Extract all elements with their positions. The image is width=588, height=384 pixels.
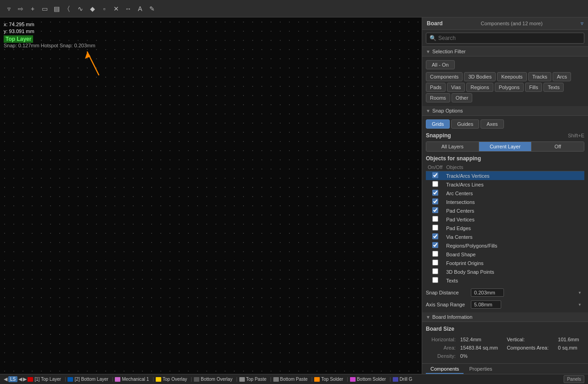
snap-checkbox-8[interactable] xyxy=(432,242,438,248)
snap-options-body: Grids Guides Axes Snapping Shift+E All L… xyxy=(422,116,588,312)
snap-checkbox-1[interactable] xyxy=(432,181,438,187)
snap-checkbox-10[interactable] xyxy=(432,260,438,265)
filter-btn-vias[interactable]: Vias xyxy=(447,83,465,92)
section-arrow-icon: ▼ xyxy=(426,49,430,54)
snap-checkbox-cell[interactable] xyxy=(426,171,444,181)
filter-btn-components[interactable]: Components xyxy=(426,72,463,81)
board-info-header[interactable]: ▼ Board Information xyxy=(422,312,588,322)
filter-btn-3d-bodies[interactable]: 3D Bodies xyxy=(464,72,496,81)
snap-checkbox-7[interactable] xyxy=(432,233,438,239)
filter-tool-icon[interactable]: ▿ xyxy=(4,4,14,14)
meas-icon[interactable]: ↔ xyxy=(123,4,133,14)
snap-checkbox-cell[interactable] xyxy=(426,250,444,259)
snap-checkbox-0[interactable] xyxy=(432,172,438,178)
status-layer-top-overlay[interactable]: Top Overlay xyxy=(156,377,187,382)
snap-checkbox-cell[interactable] xyxy=(426,267,444,276)
snap-distance-label: Snap Distance xyxy=(426,290,467,295)
filter-btn-fills[interactable]: Fills xyxy=(525,83,543,92)
snap-checkbox-9[interactable] xyxy=(432,251,438,257)
snap-options-header[interactable]: ▼ Snap Options xyxy=(422,106,588,116)
nav-next-btn[interactable]: ▶ xyxy=(23,376,27,382)
snap-checkbox-5[interactable] xyxy=(432,216,438,222)
selection-filter-header[interactable]: ▼ Selection Filter xyxy=(422,47,588,56)
snap-off-btn[interactable]: Off xyxy=(531,142,584,151)
canvas-area[interactable]: x: 74.295 mm y: 93.091 mm Top Layer Snap… xyxy=(0,17,422,374)
status-layer-bot-paste[interactable]: Bottom Paste xyxy=(273,377,308,382)
chart-icon[interactable]: ▤ xyxy=(51,4,62,14)
snap-checkbox-3[interactable] xyxy=(432,198,438,204)
pencil-icon[interactable]: ✎ xyxy=(147,4,157,14)
board-info-title: Board Information xyxy=(432,314,472,320)
snap-checkbox-11[interactable] xyxy=(432,268,438,274)
sq-icon[interactable]: ▫ xyxy=(99,4,109,14)
rect-icon[interactable]: ▭ xyxy=(40,4,50,14)
snap-checkbox-2[interactable] xyxy=(432,190,438,196)
snap-checkbox-cell[interactable] xyxy=(426,276,444,285)
status-layer-bottom[interactable]: [2] Bottom Layer xyxy=(68,377,108,382)
snap-checkbox-cell[interactable] xyxy=(426,241,444,250)
snap-checkbox-cell[interactable] xyxy=(426,198,444,206)
snap-table-row: Track/Arcs Vertices xyxy=(426,171,584,181)
panels-button[interactable]: Panels xyxy=(564,375,584,383)
filter-btn-arcs[interactable]: Arcs xyxy=(553,72,571,81)
snap-checkbox-4[interactable] xyxy=(432,207,438,213)
tab-axes[interactable]: Axes xyxy=(481,119,503,129)
tab-properties[interactable]: Properties xyxy=(464,365,497,374)
snap-checkbox-cell[interactable] xyxy=(426,224,444,232)
filter-btn-tracks[interactable]: Tracks xyxy=(528,72,552,81)
text-icon[interactable]: A xyxy=(135,4,145,14)
x-icon[interactable]: ✕ xyxy=(111,4,121,14)
filter-btn-polygons[interactable]: Polygons xyxy=(495,83,524,92)
layer-dot-top xyxy=(28,377,33,382)
snap-checkbox-12[interactable] xyxy=(432,277,438,283)
snap-distance-select[interactable]: 0.203mm xyxy=(471,288,504,297)
panel-header: Board Components (and 12 more) ▿ xyxy=(422,17,588,30)
tab-guides[interactable]: Guides xyxy=(451,119,479,129)
wave-icon[interactable]: ∿ xyxy=(75,4,85,14)
filter-btn-texts[interactable]: Texts xyxy=(543,83,564,92)
snap-table-row: Arc Centers xyxy=(426,189,584,198)
vertical-value: 101.6mm xyxy=(556,336,583,343)
layer-label-bot-paste: Bottom Paste xyxy=(280,377,308,382)
filter-btn-regions[interactable]: Regions xyxy=(466,83,493,92)
ls-label: LS xyxy=(8,376,17,382)
main-area: x: 74.295 mm y: 93.091 mm Top Layer Snap… xyxy=(0,17,588,374)
ls-btn[interactable]: ◀ xyxy=(4,376,7,382)
status-layer-mech1[interactable]: Mechanical 1 xyxy=(115,377,149,382)
pad-icon[interactable]: ◆ xyxy=(87,4,97,14)
snap-item-label: 3D Body Snap Points xyxy=(444,267,584,276)
filter-btn-rooms[interactable]: Rooms xyxy=(426,93,450,102)
snap-all-layers-btn[interactable]: All Layers xyxy=(426,142,479,151)
snap-checkbox-6[interactable] xyxy=(432,225,438,231)
snap-table-row: Pad Centers xyxy=(426,206,584,215)
axis-snap-select[interactable]: 5.08mm xyxy=(471,300,501,309)
right-panel: Board Components (and 12 more) ▿ 🔍 ▼ Sel… xyxy=(422,17,588,374)
status-layer-bot-overlay[interactable]: Bottom Overlay xyxy=(194,377,232,382)
status-layer-top-solder[interactable]: Top Solder xyxy=(314,377,343,382)
tab-components[interactable]: Components xyxy=(426,365,464,374)
filter-btn-pads[interactable]: Pads xyxy=(426,83,446,92)
tab-grids[interactable]: Grids xyxy=(426,119,450,129)
snap-checkbox-cell[interactable] xyxy=(426,189,444,198)
filter-btn-other[interactable]: Other xyxy=(452,93,473,102)
status-layer-top-paste[interactable]: Top Paste xyxy=(239,377,266,382)
snap-current-layer-btn[interactable]: Current Layer xyxy=(479,142,532,151)
poly-icon[interactable]: 〈 xyxy=(63,4,74,14)
snap-checkbox-cell[interactable] xyxy=(426,215,444,224)
status-layer-drill[interactable]: Drill G xyxy=(393,377,413,382)
all-on-button[interactable]: All - On xyxy=(426,60,455,69)
snap-checkbox-cell[interactable] xyxy=(426,206,444,215)
route-icon[interactable]: ⇨ xyxy=(16,4,26,14)
snap-item-label: Texts xyxy=(444,276,584,285)
panel-filter-icon[interactable]: ▿ xyxy=(581,20,583,27)
status-layer-bot-solder[interactable]: Bottom Solder xyxy=(350,377,386,382)
snap-item-label: Intersections xyxy=(444,198,584,206)
filter-btn-keepouts[interactable]: Keepouts xyxy=(497,72,526,81)
nav-prev-btn[interactable]: ◀ xyxy=(18,376,22,382)
snap-checkbox-cell[interactable] xyxy=(426,232,444,241)
add-icon[interactable]: + xyxy=(28,4,38,14)
search-input[interactable] xyxy=(426,33,584,44)
status-layer-top[interactable]: [1] Top Layer xyxy=(28,377,61,382)
snap-checkbox-cell[interactable] xyxy=(426,259,444,267)
snap-checkbox-cell[interactable] xyxy=(426,180,444,189)
